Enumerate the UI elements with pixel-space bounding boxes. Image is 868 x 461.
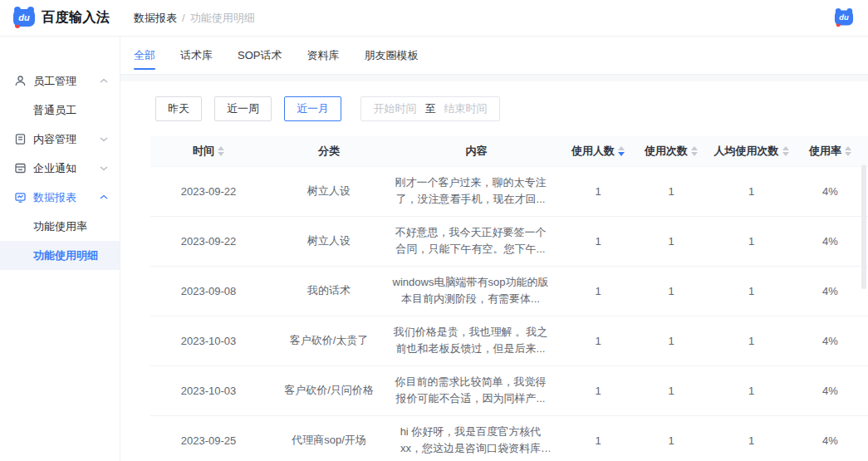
chevron-down-icon bbox=[100, 136, 108, 142]
chevron-up-icon bbox=[100, 78, 108, 84]
sidebar-item-label: 企业通知 bbox=[33, 161, 100, 176]
notice-icon bbox=[14, 162, 27, 174]
sidebar-item-label: 员工管理 bbox=[33, 74, 100, 89]
date-range-picker[interactable]: 开始时间 至 结束时间 bbox=[360, 96, 500, 121]
cell-time: 2023-10-03 bbox=[150, 316, 267, 365]
cell-times: 1 bbox=[635, 166, 708, 216]
cell-content: hi 你好呀，我是百度官方核代xx，您这边是咨询口袋资料库这... bbox=[391, 415, 562, 461]
sidebar-item-data-report[interactable]: 数据报表 bbox=[0, 183, 120, 212]
column-header-rate[interactable]: 使用率 bbox=[795, 136, 866, 166]
logo-tongue-decoration bbox=[15, 25, 20, 28]
cell-content: 我们价格是贵，我也理解 。我之前也和老板反馈过，但是后来... bbox=[391, 316, 562, 365]
column-header-times[interactable]: 使用次数 bbox=[635, 136, 708, 166]
breadcrumb: 数据报表 / 功能使用明细 bbox=[134, 11, 255, 26]
cell-avg: 1 bbox=[708, 415, 795, 461]
tab-sop-script[interactable]: SOP话术 bbox=[238, 37, 282, 75]
chevron-up-icon bbox=[100, 194, 108, 200]
start-date-placeholder: 开始时间 bbox=[374, 101, 417, 116]
cell-times: 1 bbox=[635, 266, 708, 316]
cell-rate: 4% bbox=[795, 216, 866, 266]
column-header-avg[interactable]: 人均使用次数 bbox=[708, 136, 795, 166]
cell-content: 不好意思，我今天正好要签一个合同，只能下午有空。您下午... bbox=[391, 216, 562, 266]
sort-icon[interactable] bbox=[845, 146, 851, 156]
cell-times: 1 bbox=[635, 316, 708, 365]
sidebar-item-feature-usage-detail[interactable]: 功能使用明细 bbox=[0, 241, 120, 270]
sidebar-item-employee-management[interactable]: 员工管理 bbox=[0, 66, 120, 96]
cell-time: 2023-09-25 bbox=[150, 415, 267, 461]
sidebar-item-feature-usage-rate[interactable]: 功能使用率 bbox=[0, 212, 120, 241]
tab-all[interactable]: 全部 bbox=[134, 37, 155, 75]
column-header-content: 内容 bbox=[391, 136, 562, 166]
filter-last-month-button[interactable]: 近一月 bbox=[284, 96, 341, 121]
table-row: 2023-09-25 代理商sop/开场 hi 你好呀，我是百度官方核代xx，您… bbox=[150, 415, 868, 461]
cell-time: 2023-09-22 bbox=[150, 216, 267, 266]
scrollbar-thumb[interactable] bbox=[861, 164, 866, 289]
cell-users: 1 bbox=[562, 216, 635, 266]
cell-category: 代理商sop/开场 bbox=[267, 415, 391, 461]
cell-category: 树立人设 bbox=[267, 166, 391, 216]
filter-yesterday-button[interactable]: 昨天 bbox=[155, 96, 202, 121]
usage-detail-table: 时间 分类 内容 使用人数 使用次数 人均使用次数 使用率 趋势 2023-09… bbox=[150, 136, 868, 461]
report-icon bbox=[14, 191, 27, 204]
cell-content: windows电脑端带有sop功能的版本目前内测阶段，有需要体... bbox=[391, 266, 562, 316]
breadcrumb-root[interactable]: 数据报表 bbox=[134, 11, 177, 26]
breadcrumb-current: 功能使用明细 bbox=[190, 11, 255, 26]
avatar-text: du bbox=[839, 14, 848, 22]
filter-last-week-button[interactable]: 近一周 bbox=[214, 96, 272, 121]
cell-rate: 4% bbox=[795, 365, 866, 415]
cell-rate: 4% bbox=[795, 266, 866, 316]
content-card: 昨天 近一周 近一月 开始时间 至 结束时间 时间 分类 bbox=[120, 81, 868, 461]
table-row: 2023-09-22 树立人设 刚才一个客户过来，聊的太专注了，没注意看手机，现… bbox=[150, 166, 868, 216]
cell-content: 你目前的需求比较简单，我觉得报价可能不合适，因为同样产... bbox=[391, 365, 562, 415]
cell-avg: 1 bbox=[708, 266, 795, 316]
sort-icon[interactable] bbox=[782, 146, 789, 156]
cell-content: 刚才一个客户过来，聊的太专注了，没注意看手机，现在才回... bbox=[391, 166, 562, 216]
sidebar-item-enterprise-notice[interactable]: 企业通知 bbox=[0, 154, 120, 183]
sidebar-item-label: 数据报表 bbox=[33, 190, 100, 205]
tab-moments-template[interactable]: 朋友圈模板 bbox=[364, 37, 418, 75]
sort-icon[interactable] bbox=[218, 146, 224, 156]
cell-time: 2023-10-03 bbox=[150, 365, 267, 415]
tab-script-library[interactable]: 话术库 bbox=[180, 37, 213, 75]
cell-users: 1 bbox=[562, 166, 635, 216]
user-avatar[interactable]: du bbox=[835, 11, 853, 26]
time-filters: 昨天 近一周 近一月 开始时间 至 结束时间 bbox=[155, 96, 851, 121]
cell-rate: 4% bbox=[795, 415, 866, 461]
column-header-time[interactable]: 时间 bbox=[150, 136, 267, 166]
table-header-row: 时间 分类 内容 使用人数 使用次数 人均使用次数 使用率 趋势 bbox=[150, 136, 868, 166]
sort-icon-active-desc[interactable] bbox=[618, 146, 625, 156]
du-logo-text: du bbox=[18, 13, 29, 22]
cell-time: 2023-09-22 bbox=[150, 166, 267, 216]
sort-icon[interactable] bbox=[691, 146, 698, 156]
cell-times: 1 bbox=[635, 415, 708, 461]
breadcrumb-separator: / bbox=[182, 12, 185, 24]
top-bar: du 百度输入法 数据报表 / 功能使用明细 du bbox=[0, 0, 868, 37]
cell-avg: 1 bbox=[708, 365, 795, 415]
tab-material-library[interactable]: 资料库 bbox=[306, 37, 339, 75]
category-tabs: 全部 话术库 SOP话术 资料库 朋友圈模板 bbox=[120, 37, 868, 75]
cell-users: 1 bbox=[562, 415, 635, 461]
cell-avg: 1 bbox=[708, 216, 795, 266]
chevron-down-icon bbox=[100, 165, 108, 171]
sidebar: 员工管理 普通员工 内容管理 企业通知 bbox=[0, 37, 120, 461]
column-header-users[interactable]: 使用人数 bbox=[562, 136, 635, 166]
end-date-placeholder: 结束时间 bbox=[444, 101, 488, 116]
app-logo: du 百度输入法 bbox=[0, 0, 120, 36]
cell-category: 我的话术 bbox=[267, 266, 391, 316]
cell-avg: 1 bbox=[708, 166, 795, 216]
cell-category: 客户砍价/只问价格 bbox=[267, 365, 391, 415]
cell-users: 1 bbox=[562, 365, 635, 415]
sidebar-item-content-management[interactable]: 内容管理 bbox=[0, 125, 120, 154]
cell-category: 客户砍价/太贵了 bbox=[267, 316, 391, 365]
cell-rate: 4% bbox=[795, 166, 866, 216]
du-logo-icon: du bbox=[13, 9, 35, 27]
cell-users: 1 bbox=[562, 266, 635, 316]
cell-avg: 1 bbox=[708, 316, 795, 365]
cell-rate: 4% bbox=[795, 316, 866, 365]
cell-times: 1 bbox=[635, 365, 708, 415]
table-row: 2023-09-22 树立人设 不好意思，我今天正好要签一个合同，只能下午有空。… bbox=[150, 216, 868, 266]
document-icon bbox=[14, 133, 27, 145]
cell-users: 1 bbox=[562, 316, 635, 365]
sidebar-item-normal-employee[interactable]: 普通员工 bbox=[0, 96, 120, 125]
table-row: 2023-10-03 客户砍价/只问价格 你目前的需求比较简单，我觉得报价可能不… bbox=[150, 365, 868, 415]
